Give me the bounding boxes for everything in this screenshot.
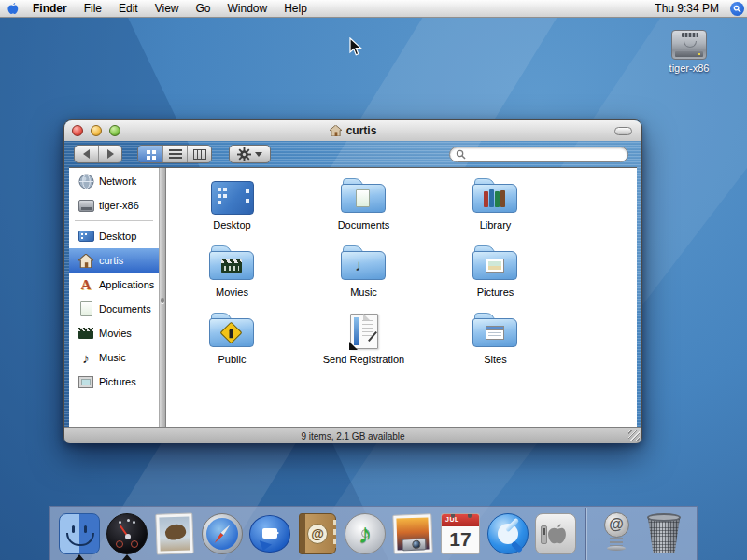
file-music[interactable]: ♩ Music [298, 237, 430, 304]
column-view-button[interactable] [187, 146, 211, 162]
file-public[interactable]: Public [166, 304, 298, 371]
network-globe-icon [78, 173, 94, 189]
dock-item-quicktime[interactable] [486, 512, 529, 555]
ichat-icon [249, 515, 290, 553]
system-preferences-icon [535, 513, 576, 554]
sidebar-item-tiger-x86[interactable]: tiger-x86 [69, 193, 159, 217]
dock-item-dashboard[interactable] [106, 512, 148, 555]
dock-item-register[interactable]: @ [595, 512, 638, 555]
folder-public-icon [209, 312, 256, 349]
folder-photo-icon [472, 245, 519, 282]
file-label: Music [350, 287, 377, 298]
sidebar-item-label: Music [99, 352, 126, 363]
menu-bar-clock[interactable]: Thu 9:34 PM [647, 2, 726, 15]
sidebar-item-movies[interactable]: Movies [69, 321, 159, 345]
file-label: Movies [216, 287, 248, 298]
menu-item-window[interactable]: Window [219, 0, 276, 18]
folder-note-icon: ♩ [341, 245, 388, 282]
file-browser-area[interactable]: Desktop Documents Library Movies [166, 168, 637, 427]
menu-item-help[interactable]: Help [275, 0, 316, 18]
dock-item-system-preferences[interactable] [534, 512, 577, 555]
sidebar-splitter[interactable] [160, 168, 166, 427]
sidebar-item-desktop[interactable]: Desktop [69, 224, 159, 248]
file-label: Pictures [477, 287, 514, 298]
search-input[interactable] [466, 148, 615, 161]
dock-item-itunes[interactable]: ♪ [344, 512, 387, 555]
sidebar-item-applications[interactable]: A Applications [69, 273, 159, 297]
hard-drive-icon [78, 197, 94, 214]
sidebar-item-label: Applications [99, 279, 154, 290]
dock-item-mail[interactable] [153, 512, 196, 555]
sidebar: Network tiger-x86 Desktop curtis [69, 168, 160, 427]
apple-icon [6, 1, 19, 16]
dock: @ ♪ JUL 17 [49, 506, 698, 560]
file-library[interactable]: Library [430, 170, 561, 237]
resize-grip[interactable] [628, 430, 640, 441]
finder-icon [59, 513, 100, 554]
sidebar-item-network[interactable]: Network [69, 169, 159, 193]
running-indicator [75, 554, 84, 560]
hard-drive-icon [671, 30, 707, 60]
sidebar-item-documents[interactable]: Documents [69, 297, 159, 321]
icon-view-icon [147, 150, 150, 154]
back-arrow-icon [83, 149, 90, 159]
list-view-button[interactable] [162, 146, 187, 162]
gear-icon [237, 147, 251, 161]
file-sites[interactable]: Sites [430, 304, 561, 371]
search-field[interactable] [449, 147, 628, 162]
dock-item-safari[interactable] [201, 512, 244, 555]
sidebar-item-pictures[interactable]: Pictures [69, 370, 159, 394]
dock-item-iphoto[interactable] [391, 512, 434, 555]
folder-document-icon [341, 177, 388, 215]
forward-arrow-icon [107, 149, 114, 159]
picture-frame-icon [78, 373, 94, 390]
mail-icon [155, 512, 194, 554]
file-movies[interactable]: Movies [166, 237, 298, 304]
sidebar-item-music[interactable]: ♪ Music [69, 345, 159, 370]
window-title-bar[interactable]: curtis [64, 120, 641, 141]
dock-item-trash[interactable] [642, 512, 685, 555]
menu-item-view[interactable]: View [147, 0, 188, 18]
desktop-volume-tiger-x86[interactable]: tiger-x86 [659, 30, 719, 74]
file-send-registration[interactable]: Send Registration [298, 304, 430, 371]
volume-label: tiger-x86 [659, 63, 719, 74]
sidebar-separator [75, 220, 153, 221]
forward-button[interactable] [98, 146, 121, 162]
window-body: Network tiger-x86 Desktop curtis [69, 167, 637, 427]
home-icon [330, 125, 342, 136]
menu-item-finder[interactable]: Finder [24, 0, 76, 18]
folder-clapper-icon [209, 245, 256, 282]
dock-item-ichat[interactable] [248, 512, 291, 555]
menu-item-go[interactable]: Go [188, 0, 219, 18]
sidebar-item-curtis[interactable]: curtis [69, 248, 159, 273]
file-label: Library [480, 219, 512, 231]
file-desktop[interactable]: Desktop [166, 170, 298, 237]
menu-item-edit[interactable]: Edit [110, 0, 147, 18]
menu-item-file[interactable]: File [76, 0, 110, 18]
dock-item-address-book[interactable]: @ [296, 512, 339, 555]
dock-item-finder[interactable] [58, 512, 101, 555]
icon-view-button[interactable] [138, 146, 162, 162]
splitter-handle-icon [161, 298, 164, 303]
menu-bar: Finder File Edit View Go Window Help Thu… [0, 0, 747, 18]
file-documents[interactable]: Documents [298, 170, 430, 237]
video-camera-icon [262, 528, 277, 539]
light-switch-icon [541, 525, 547, 544]
folder-books-icon [472, 177, 519, 215]
close-button[interactable] [72, 125, 83, 136]
dock-item-ical[interactable]: JUL 17 [439, 512, 482, 555]
file-pictures[interactable]: Pictures [430, 237, 561, 304]
sidebar-item-label: Movies [99, 328, 132, 339]
zoom-button[interactable] [109, 125, 120, 136]
clapper-icon [78, 325, 94, 342]
file-label: Send Registration [323, 354, 404, 365]
file-label: Public [218, 354, 247, 365]
calendar-day-label: 17 [442, 526, 479, 553]
back-button[interactable] [75, 146, 98, 162]
safari-icon [202, 513, 243, 554]
minimize-button[interactable] [91, 125, 102, 136]
apple-menu[interactable] [0, 1, 24, 16]
toolbar-toggle-button[interactable] [614, 127, 632, 135]
action-menu-button[interactable] [229, 145, 271, 163]
spotlight-menu[interactable] [726, 0, 747, 18]
